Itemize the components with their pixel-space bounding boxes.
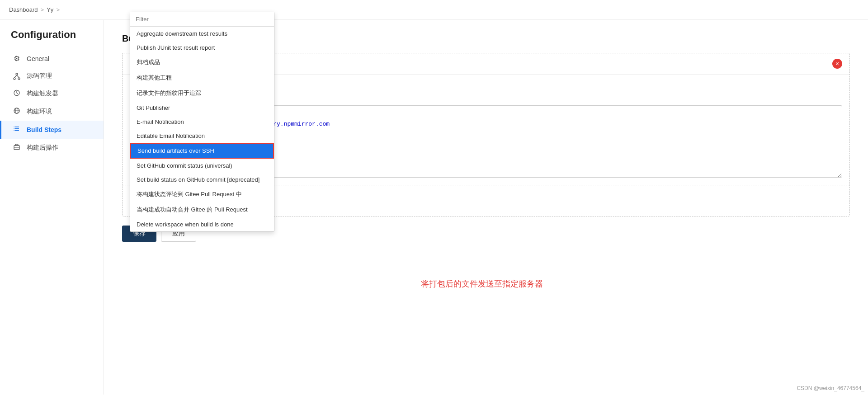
dropdown-item-10[interactable]: Set build status on GitHub commit [depre… <box>130 173 274 187</box>
dropdown-item-3[interactable]: 构建其他工程 <box>130 70 274 85</box>
sidebar-item-label: 源码管理 <box>27 72 52 80</box>
dropdown-item-4[interactable]: 记录文件的指纹用于追踪 <box>130 85 274 101</box>
bottom-section: Aggregate downstream test results Publis… <box>123 185 849 216</box>
main-content: Build Steps ≡ 执行 shell ? × 命令 查看 可用的环境变量… <box>104 20 868 395</box>
sidebar-item-env[interactable]: 构建环境 <box>0 103 104 121</box>
globe-icon <box>12 107 21 116</box>
svg-rect-12 <box>15 128 19 129</box>
sidebar-item-buildsteps[interactable]: Build Steps <box>0 121 104 139</box>
sidebar-item-triggers[interactable]: 构建触发器 <box>0 85 104 103</box>
sidebar-item-general[interactable]: ⚙ General <box>0 50 104 67</box>
dropdown-item-13[interactable]: Delete workspace when build is done <box>130 217 274 231</box>
dropdown-item-5[interactable]: Git Publisher <box>130 101 274 115</box>
sidebar-item-label: Build Steps <box>27 126 61 133</box>
svg-point-2 <box>18 78 20 80</box>
sidebar-item-postbuild[interactable]: 构建后操作 <box>0 139 104 157</box>
gear-icon: ⚙ <box>12 54 21 63</box>
sidebar-item-label: General <box>27 55 49 62</box>
svg-line-4 <box>17 75 19 78</box>
sidebar-item-label: 构建触发器 <box>27 89 58 98</box>
svg-rect-16 <box>14 130 15 131</box>
filter-dropdown: Aggregate downstream test results Publis… <box>130 12 274 232</box>
dropdown-item-2[interactable]: 归档成品 <box>130 55 274 70</box>
svg-rect-11 <box>15 127 19 127</box>
breadcrumb-dashboard[interactable]: Dashboard <box>9 6 38 13</box>
dropdown-item-11[interactable]: 将构建状态评论到 Gitee Pull Request 中 <box>130 187 274 202</box>
svg-rect-15 <box>14 128 15 129</box>
build-step-card: ≡ 执行 shell ? × 命令 查看 可用的环境变量列表 npm insta… <box>122 53 850 216</box>
dropdown-item-ssh[interactable]: Send build artifacts over SSH <box>130 143 274 159</box>
breadcrumb-sep-1: > <box>41 6 44 13</box>
breadcrumb-sep-2: > <box>56 6 60 13</box>
dropdown-item-12[interactable]: 当构建成功自动合并 Gitee 的 Pull Request <box>130 202 274 217</box>
close-step-button[interactable]: × <box>832 59 842 69</box>
svg-line-7 <box>17 93 18 94</box>
annotation-text: 将打包后的文件发送至指定服务器 <box>421 278 543 289</box>
svg-rect-13 <box>15 130 19 131</box>
sidebar-title: Configuration <box>0 29 104 50</box>
clock-icon <box>12 89 21 98</box>
svg-point-0 <box>16 73 18 75</box>
sidebar-item-source[interactable]: 源码管理 <box>0 67 104 85</box>
sidebar-item-label: 构建环境 <box>27 108 52 116</box>
sidebar-item-label: 构建后操作 <box>27 144 58 152</box>
list-icon <box>12 125 21 134</box>
dropdown-item-7[interactable]: Editable Email Notification <box>130 129 274 143</box>
sidebar: Configuration ⚙ General 源码管理 <box>0 20 104 395</box>
svg-line-3 <box>14 75 17 78</box>
dropdown-container: Aggregate downstream test results Publis… <box>130 193 208 209</box>
breadcrumb-yy[interactable]: Yy <box>47 6 53 13</box>
dropdown-item-6[interactable]: E-mail Notification <box>130 115 274 129</box>
source-icon <box>12 72 21 80</box>
svg-point-1 <box>14 78 15 80</box>
filter-input[interactable] <box>130 12 274 27</box>
dropdown-item-0[interactable]: Aggregate downstream test results <box>130 27 274 41</box>
dropdown-item-9[interactable]: Set GitHub commit status (universal) <box>130 159 274 173</box>
dropdown-item-1[interactable]: Publish JUnit test result report <box>130 41 274 55</box>
box-icon <box>12 143 21 152</box>
watermark: CSDN @weixin_46774564_ <box>797 385 864 391</box>
svg-rect-14 <box>14 127 15 127</box>
